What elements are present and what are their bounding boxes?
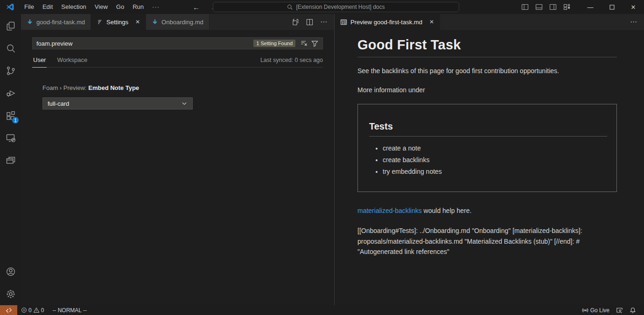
menu-file[interactable]: File (20, 0, 38, 14)
settings-editor: 1 Setting Found User Workspace Last sync… (21, 30, 334, 305)
scope-tab-workspace[interactable]: Workspace (56, 56, 88, 67)
nav-back-icon[interactable]: ← (193, 3, 200, 11)
vim-mode-indicator[interactable]: -- NORMAL -- (48, 305, 91, 315)
menu-go[interactable]: Go (112, 0, 128, 14)
markdown-preview-icon (340, 19, 347, 26)
source-control-icon[interactable] (0, 60, 21, 82)
select-value: full-card (48, 100, 69, 107)
tab-settings[interactable]: Settings ✕ (91, 14, 146, 30)
preview-more-info: More information under (357, 86, 617, 94)
close-tab-icon[interactable]: ✕ (135, 19, 140, 25)
menubar: File Edit Selection View Go Run ··· (20, 0, 164, 14)
warnings-icon (33, 307, 40, 313)
settings-search-box[interactable]: 1 Setting Found (32, 37, 323, 49)
toggle-panel-icon[interactable] (535, 3, 543, 11)
bell-icon (630, 307, 636, 314)
link-references-text: [[Onboarding#Tests]: ../Onboarding.md "O… (357, 226, 617, 257)
editor-group-right: Preview good-first-task.md ✕ ⋯ Good Firs… (335, 14, 644, 305)
menu-overflow[interactable]: ··· (148, 0, 164, 14)
scope-tab-user[interactable]: User (32, 56, 47, 68)
split-editor-icon[interactable] (306, 19, 313, 26)
go-live-button[interactable]: Go Live (579, 305, 613, 315)
close-tab-icon[interactable]: ✕ (429, 19, 434, 25)
activity-bar: 1 (0, 14, 21, 305)
tab-good-first-task[interactable]: good-first-task.md (21, 14, 91, 30)
setting-name: Embed Note Type (88, 84, 139, 91)
remote-indicator[interactable] (0, 305, 17, 315)
minimize-button[interactable]: — (580, 0, 601, 14)
preview-intro: See the backlinks of this page for good … (357, 67, 617, 75)
extensions-icon[interactable]: 1 (0, 104, 21, 127)
tab-label: Onboarding.md (161, 19, 203, 26)
settings-editor-icon (97, 19, 103, 25)
last-synced-label: Last synced: 0 secs ago (260, 57, 323, 67)
link-tail-text: would help here. (422, 207, 472, 214)
tab-label: Settings (106, 19, 128, 26)
status-bar: 0 0 -- NORMAL -- Go Live (0, 305, 644, 315)
manage-gear-icon[interactable] (0, 283, 21, 305)
errors-icon (21, 307, 27, 313)
preview-title: Good First Task (357, 37, 617, 53)
menu-run[interactable]: Run (128, 0, 148, 14)
toggle-secondary-sidebar-icon[interactable] (549, 3, 557, 11)
clear-filters-icon[interactable] (299, 39, 309, 48)
filter-funnel-icon[interactable] (309, 39, 320, 48)
tabs-right: Preview good-first-task.md ✕ ⋯ (335, 14, 644, 30)
markdown-file-icon (27, 19, 33, 25)
command-center-search[interactable]: [Extension Development Host] docs (213, 2, 459, 12)
panels-icon[interactable] (0, 149, 21, 171)
remote-explorer-icon[interactable] (0, 127, 21, 149)
menu-selection[interactable]: Selection (57, 0, 90, 14)
embed-title: Tests (369, 121, 607, 132)
tab-preview[interactable]: Preview good-first-task.md ✕ (335, 14, 440, 30)
maximize-button[interactable] (601, 0, 623, 14)
search-view-icon[interactable] (0, 37, 21, 60)
customize-layout-icon[interactable] (563, 3, 571, 11)
toggle-sidebar-icon[interactable] (521, 3, 529, 11)
more-actions-icon[interactable]: ⋯ (320, 18, 328, 26)
notifications-button[interactable] (626, 305, 639, 315)
list-item: create a note (383, 144, 607, 152)
close-window-button[interactable]: ✕ (623, 0, 644, 14)
embedded-note-card: Tests create a note create backlinks try… (357, 104, 617, 192)
warnings-count: 0 (41, 307, 44, 314)
account-icon[interactable] (0, 260, 21, 283)
tab-onboarding[interactable]: Onboarding.md (146, 14, 210, 30)
feedback-icon (616, 307, 623, 314)
list-item: create backlinks (383, 156, 607, 164)
divider (357, 57, 617, 57)
settings-search-input[interactable] (36, 40, 253, 47)
explorer-icon[interactable] (0, 15, 21, 37)
go-live-label: Go Live (590, 307, 609, 314)
markdown-file-icon (152, 19, 158, 25)
tab-label: Preview good-first-task.md (350, 19, 422, 26)
setting-item: Foam › Preview: Embed Note Type full-car… (32, 84, 323, 110)
vim-mode-label: -- NORMAL -- (52, 307, 87, 314)
materialized-backlinks-link[interactable]: materialized-backlinks (357, 207, 422, 214)
command-center-label: [Extension Development Host] docs (296, 4, 385, 10)
tab-label: good-first-task.md (36, 19, 85, 26)
embed-list: create a note create backlinks try embed… (369, 144, 607, 175)
run-debug-icon[interactable] (0, 82, 21, 104)
feedback-button[interactable] (613, 305, 626, 315)
menu-edit[interactable]: Edit (38, 0, 57, 14)
extensions-badge: 1 (12, 116, 19, 124)
editor-group-left: good-first-task.md Settings ✕ Onboarding… (21, 14, 334, 305)
divider (369, 136, 607, 137)
chevron-down-icon (181, 100, 188, 107)
setting-category: Foam › Preview: (42, 84, 88, 91)
search-icon (287, 4, 293, 10)
open-changes-icon[interactable] (292, 18, 299, 26)
remote-icon (6, 307, 12, 314)
errors-count: 0 (28, 307, 32, 314)
tabs-left: good-first-task.md Settings ✕ Onboarding… (21, 14, 334, 30)
embed-note-type-select[interactable]: full-card (42, 97, 193, 110)
menu-view[interactable]: View (91, 0, 112, 14)
vscode-logo-icon (6, 3, 14, 11)
settings-scope-tabs: User Workspace Last synced: 0 secs ago (32, 56, 323, 68)
list-item: try embedding notes (383, 168, 607, 175)
broadcast-icon (582, 307, 588, 314)
problems-status[interactable]: 0 0 (17, 305, 48, 315)
more-actions-icon[interactable]: ⋯ (630, 18, 637, 26)
settings-result-count: 1 Setting Found (253, 40, 295, 47)
